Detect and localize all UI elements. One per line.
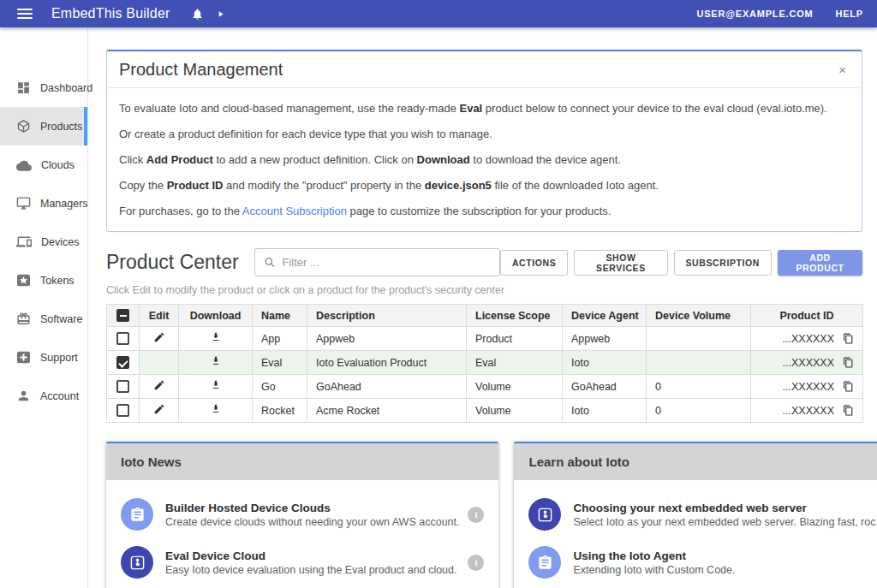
news-item-title: Builder Hosted Device Clouds (165, 502, 459, 514)
ioto-news-card: Ioto News Builder Hosted Device Clouds C… (106, 442, 498, 588)
download-icon[interactable] (210, 331, 222, 343)
product-management-title: Product Management (119, 60, 283, 80)
sidebar-item-support[interactable]: Support (0, 338, 87, 377)
news-item[interactable]: Builder Hosted Device Clouds Create devi… (106, 490, 498, 538)
news-item[interactable]: Eval Device Cloud Easy Ioto device evalu… (106, 538, 498, 586)
product-center-title: Product Center (106, 251, 239, 274)
edit-pencil-icon[interactable] (153, 403, 165, 415)
column-header-device-agent: Device Agent (563, 305, 647, 327)
filter-input[interactable] (282, 256, 490, 269)
cell-device-agent: Ioto (563, 351, 647, 375)
cell-product-id: ...XXXXXX (783, 333, 834, 345)
sidebar-item-tokens[interactable]: Tokens (0, 261, 87, 300)
close-icon[interactable]: × (835, 62, 850, 78)
subscription-button[interactable]: SUBSCRIPTION (674, 250, 773, 276)
sidebar-item-managers[interactable]: Managers (0, 184, 87, 223)
token-star-icon (16, 274, 31, 287)
cell-name: Eval (253, 351, 307, 375)
column-header-edit: Edit (140, 305, 179, 327)
cell-product-id: ...XXXXXX (783, 381, 834, 393)
news-item-subtitle: Easy Ioto device evaluation using the Ev… (165, 564, 459, 576)
top-app-bar: EmbedThis Builder USER@EXAMPLE.COM HELP (0, 0, 877, 27)
sidebar-item-devices[interactable]: Devices (0, 223, 87, 261)
copy-icon[interactable] (843, 405, 854, 416)
sidebar-item-products[interactable]: Products (0, 107, 87, 146)
info-icon[interactable] (468, 507, 484, 523)
person-icon (16, 389, 31, 403)
sidebar-item-software[interactable]: Software (0, 300, 87, 338)
edit-pencil-icon[interactable] (153, 331, 165, 343)
table-row[interactable]: App Appweb Product Appweb ...XXXXXX (107, 327, 863, 351)
info-icon[interactable] (468, 555, 484, 571)
download-icon[interactable] (210, 355, 222, 367)
row-checkbox[interactable] (116, 404, 129, 417)
sidebar-item-label: Products (40, 121, 82, 133)
app-window: EmbedThis Builder USER@EXAMPLE.COM HELP … (0, 0, 877, 588)
cell-device-agent: Appweb (563, 327, 647, 351)
cell-license-scope: Product (467, 327, 563, 351)
table-row[interactable]: Eval Ioto Evaluation Product Eval Ioto .… (107, 351, 863, 375)
edit-pencil-icon[interactable] (153, 379, 165, 391)
play-arrow-icon[interactable] (216, 9, 225, 19)
cell-name: Go (253, 375, 307, 399)
product-management-card: Product Management × To evaluate Ioto an… (106, 50, 862, 232)
clipboard-icon (121, 498, 153, 531)
cell-description: Acme Rocket (307, 399, 467, 423)
touch-screen-icon (121, 546, 153, 579)
gift-icon (16, 312, 31, 326)
sidebar-item-label: Support (40, 352, 78, 364)
show-services-button[interactable]: SHOW SERVICES (574, 250, 667, 276)
products-table: Edit Download Name Description License S… (106, 304, 863, 423)
sidebar-item-label: Clouds (41, 159, 75, 171)
cell-device-volume: 0 (647, 399, 751, 423)
news-item-subtitle: Create device clouds without needing you… (165, 516, 459, 528)
row-checkbox[interactable] (116, 332, 129, 345)
cloud-icon (16, 159, 32, 171)
sidebar-item-account[interactable]: Account (0, 377, 87, 415)
learn-item[interactable]: Using the Ioto Agent Extending Ioto with… (514, 538, 877, 586)
cell-name: App (253, 327, 307, 351)
help-button[interactable]: HELP (835, 9, 863, 19)
menu-icon[interactable] (17, 9, 33, 19)
table-header-row: Edit Download Name Description License S… (107, 305, 863, 327)
devices-icon (16, 235, 32, 248)
cell-description: GoAhead (307, 375, 467, 399)
learn-item[interactable]: Choosing your next embedded web server S… (514, 490, 877, 538)
search-icon (264, 256, 276, 269)
learn-item-title: Choosing your next embedded web server (573, 502, 877, 514)
row-checkbox[interactable] (116, 356, 129, 369)
support-plus-icon (16, 351, 31, 364)
column-header-device-volume: Device Volume (647, 305, 751, 327)
sidebar-item-label: Software (40, 313, 82, 325)
actions-button[interactable]: ACTIONS (500, 250, 568, 276)
sidebar-item-label: Devices (41, 236, 79, 248)
cell-license-scope: Eval (467, 351, 563, 375)
news-item-title: Eval Device Cloud (165, 549, 459, 562)
cell-device-agent: GoAhead (563, 375, 647, 399)
pm-paragraph: For purchases, go to the Account Subscri… (119, 205, 850, 217)
table-row[interactable]: Go GoAhead Volume GoAhead 0 ...XXXXXX (107, 375, 863, 399)
cell-device-volume (647, 351, 751, 375)
user-email-menu[interactable]: USER@EXAMPLE.COM (696, 9, 813, 19)
learn-card-title: Learn about Ioto (514, 443, 877, 480)
monitor-icon (16, 196, 31, 211)
cell-device-agent: Ioto (563, 399, 647, 423)
products-cube-icon (16, 119, 31, 134)
select-all-checkbox[interactable] (116, 309, 129, 322)
table-row[interactable]: Rocket Acme Rocket Volume Ioto 0 ...XXXX… (107, 399, 863, 423)
add-product-button[interactable]: ADD PRODUCT (778, 250, 862, 276)
account-subscription-link[interactable]: Account Subscription (242, 205, 347, 217)
copy-icon[interactable] (843, 333, 854, 344)
touch-screen-icon (528, 498, 561, 531)
column-header-product-id: Product ID (751, 305, 863, 327)
learn-item-subtitle: Extending Ioto with Custom Code. (573, 564, 877, 576)
product-center-toolbar: Product Center ACTIONS SHOW SERVICES SUB… (106, 248, 862, 276)
row-checkbox[interactable] (116, 380, 129, 393)
copy-icon[interactable] (843, 381, 854, 392)
sidebar-item-clouds[interactable]: Clouds (0, 146, 87, 184)
download-icon[interactable] (210, 403, 222, 415)
notifications-bell-icon[interactable] (191, 8, 204, 21)
download-icon[interactable] (210, 379, 222, 391)
copy-icon[interactable] (843, 357, 854, 368)
sidebar-item-dashboard[interactable]: Dashboard (0, 68, 87, 107)
